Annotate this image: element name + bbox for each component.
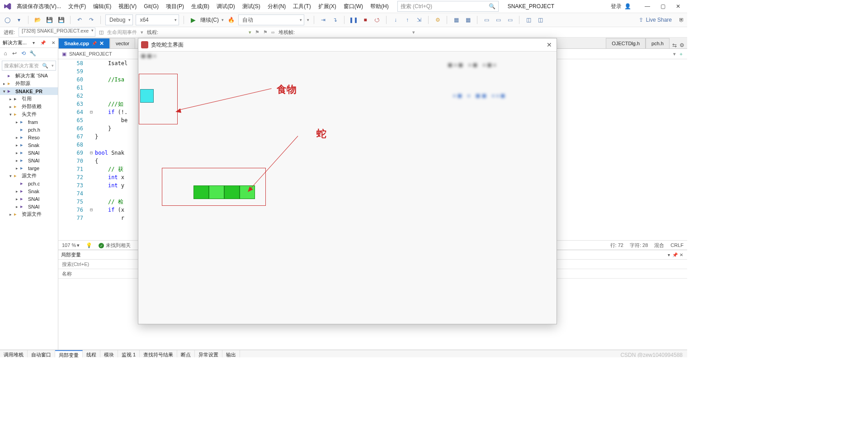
layout-icon[interactable]: ◫ [524, 15, 533, 24]
nav-back-icon[interactable]: ◯ [3, 15, 12, 24]
flag2-icon[interactable]: ⚑ [263, 29, 268, 35]
bulb-icon[interactable]: 💡 [86, 242, 92, 248]
menu-extensions[interactable]: 扩展(X) [315, 1, 340, 12]
tab-pch-h[interactable]: pch.h [646, 38, 670, 48]
debug-tool-icon[interactable]: ⚙ [433, 15, 442, 24]
close-icon[interactable]: ✕ [672, 1, 684, 11]
tree-node[interactable]: ▸▸SNAI [0, 195, 58, 203]
nav-fwd-icon[interactable]: ▾ [14, 15, 24, 24]
close-panel-icon[interactable]: ✕ [678, 252, 684, 257]
pin-icon[interactable]: 📌 [40, 40, 46, 45]
bottom-tab[interactable]: 异常设置 [195, 350, 222, 357]
live-share-button[interactable]: ⇪ Live Share ⛨ [639, 17, 684, 23]
lifecycle-icon[interactable]: ◫ [99, 29, 104, 35]
tab-snake-cpp[interactable]: Snake.cpp 📌 ✕ [58, 38, 110, 48]
window3-icon[interactable]: ▭ [505, 15, 514, 24]
undo-icon[interactable]: ↶ [75, 15, 84, 24]
minimize-icon[interactable]: — [641, 1, 654, 11]
tab-overflow-icon[interactable]: ⇆ [672, 42, 677, 48]
hot-reload-icon[interactable]: 🔥 [226, 15, 236, 24]
login-button[interactable]: 登录 👤 [608, 2, 634, 11]
debug-tool3-icon[interactable]: ▦ [463, 15, 472, 24]
tree-node[interactable]: ▸▸SNAI [0, 149, 58, 157]
menu-test[interactable]: 测试(S) [239, 1, 264, 12]
platform-dropdown[interactable]: x64 [136, 14, 179, 25]
menu-help[interactable]: 帮助(H) [367, 1, 392, 12]
bottom-tab[interactable]: 线程 [83, 350, 100, 357]
wrench-icon[interactable]: 🔧 [29, 50, 36, 57]
continue-button[interactable]: 继续(C) [200, 16, 219, 24]
step-into-icon[interactable]: ↴ [330, 15, 340, 24]
bottom-tab[interactable]: 查找符号结果 [140, 350, 177, 357]
tree-node[interactable]: ▸▸targe [0, 164, 58, 172]
solution-tree[interactable]: ▸解决方案 'SNA▸▸外部源▾▸SNAKE_PR▸▸引用▸▸外部依赖▾▸头文件… [0, 72, 58, 350]
bottom-tab[interactable]: 监视 1 [118, 350, 140, 357]
tree-node[interactable]: ▸解决方案 'SNA [0, 72, 58, 80]
tree-node[interactable]: ▸pch.h [0, 126, 58, 133]
sync-icon[interactable]: ⟲ [20, 50, 27, 57]
window2-icon[interactable]: ▭ [494, 15, 503, 24]
pin-icon[interactable]: 📌 [672, 252, 678, 257]
menu-file[interactable]: 文件(F) [65, 1, 89, 12]
tree-node[interactable]: ▸▸外部依赖 [0, 103, 58, 110]
menu-view[interactable]: 视图(V) [115, 1, 140, 12]
add-icon[interactable]: ＋ [679, 51, 684, 57]
restart-icon[interactable]: ⭯ [373, 15, 382, 24]
menu-window[interactable]: 窗口(W) [340, 1, 366, 12]
chevron-down-icon[interactable]: ▾ [665, 252, 672, 257]
tab-vector[interactable]: vector [110, 38, 135, 48]
save-all-icon[interactable]: 💾 [57, 15, 66, 24]
open-file-icon[interactable]: 📂 [33, 15, 42, 24]
menu-project[interactable]: 项目(P) [163, 1, 187, 12]
run-icon[interactable]: ▶ [189, 15, 198, 24]
tree-node[interactable]: ▸▸SNAI [0, 203, 58, 210]
bottom-tab[interactable]: 调用堆栈 [0, 350, 28, 357]
bottom-tab[interactable]: 自动窗口 [28, 350, 55, 357]
chevron-down-icon[interactable]: ▾ [33, 40, 35, 45]
step-icon[interactable]: ↓ [391, 15, 400, 24]
tab-dlg-h[interactable]: OJECTDlg.h [606, 38, 646, 48]
tree-node[interactable]: ▾▸SNAKE_PR [0, 87, 58, 95]
tree-node[interactable]: ▸▸资源文件 [0, 210, 58, 218]
step-out-icon[interactable]: ↑ [403, 15, 412, 24]
back-icon[interactable]: ↩ [11, 50, 18, 57]
solution-search-input[interactable]: 搜索解决方案资 🔍 ▾ [2, 61, 56, 71]
tree-node[interactable]: ▸▸Snak [0, 141, 58, 149]
thread-input[interactable] [162, 29, 245, 35]
redo-icon[interactable]: ↷ [87, 15, 96, 24]
layout2-icon[interactable]: ◫ [536, 15, 545, 24]
tree-node[interactable]: ▸▸引用 [0, 95, 58, 103]
tree-node[interactable]: ▸▸Snak [0, 187, 58, 195]
pin-icon[interactable]: 📌 [92, 41, 97, 46]
quick-search-input[interactable]: 搜索 (Ctrl+Q) 🔍 [397, 1, 499, 12]
close-panel-icon[interactable]: ✕ [52, 40, 55, 45]
save-icon[interactable]: 💾 [45, 15, 54, 24]
stackframe-input[interactable] [298, 29, 409, 35]
home-icon[interactable]: ⌂ [2, 50, 9, 57]
close-icon[interactable]: ✕ [99, 40, 104, 47]
debug-tool2-icon[interactable]: ▦ [452, 15, 461, 24]
menubar-title[interactable]: 高级保存选项(V)... [14, 1, 64, 12]
menu-build[interactable]: 生成(B) [188, 1, 212, 12]
step-icon-2[interactable]: ⇲ [415, 15, 424, 24]
menu-edit[interactable]: 编辑(E) [90, 1, 114, 12]
stop-icon[interactable]: ■ [361, 15, 370, 24]
tree-node[interactable]: ▸pch.c [0, 180, 58, 187]
process-dropdown[interactable]: [7328] SNAKE_PROJECT.exe [19, 28, 95, 37]
config-dropdown[interactable]: Debug [105, 14, 133, 25]
tree-node[interactable]: ▾▸头文件 [0, 110, 58, 118]
pause-icon[interactable]: ❚❚ [349, 15, 358, 24]
zoom-dropdown[interactable]: 107 % ▾ [62, 242, 80, 248]
tree-node[interactable]: ▸▸Reso [0, 133, 58, 141]
bottom-tab[interactable]: 输出 [222, 350, 240, 357]
window-icon[interactable]: ▭ [482, 15, 491, 24]
game-canvas[interactable]: ■■▪ ■▪■ ▪■ ▪■▪ ▪■ ▪ ■■ ▪▪■ 食物 蛇 [138, 51, 557, 324]
dialog-close-icon[interactable]: ✕ [538, 41, 554, 48]
menu-analyze[interactable]: 分析(N) [264, 1, 289, 12]
auto-dropdown[interactable]: 自动 [238, 14, 304, 25]
flag-icon[interactable]: ⚑ [255, 29, 259, 35]
gear-icon[interactable]: ⚙ [679, 42, 684, 48]
maximize-icon[interactable]: ▢ [656, 1, 669, 11]
step-over-icon[interactable]: ⇥ [319, 15, 328, 24]
bottom-tab[interactable]: 断点 [177, 350, 195, 357]
